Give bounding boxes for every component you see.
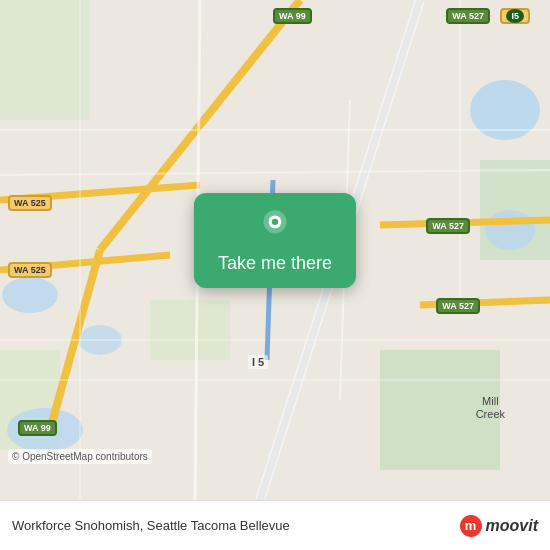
highway-badge-wa99-top: WA 99 <box>273 8 312 24</box>
mill-creek-label: MillCreek <box>476 395 505 421</box>
svg-rect-1 <box>0 0 90 120</box>
highway-badge-wa527-top: WA 527 <box>446 8 490 24</box>
svg-rect-4 <box>150 300 230 360</box>
highway-badge-wa99-bottom: WA 99 <box>18 420 57 436</box>
map-container: WA 99 WA 527 I5 WA 525 WA 525 WA 527 WA … <box>0 0 550 500</box>
interstate-badge-i5: I 5 <box>248 355 268 369</box>
location-pin-icon <box>257 209 293 245</box>
footer-title: Workforce Snohomish, Seattle Tacoma Bell… <box>12 518 290 533</box>
highway-badge-wa527-mid: WA 527 <box>426 218 470 234</box>
moovit-logo: m moovit <box>460 515 538 537</box>
map-attribution: © OpenStreetMap contributors <box>8 449 152 464</box>
highway-badge-wa527-lower: WA 527 <box>436 298 480 314</box>
footer-bar: Workforce Snohomish, Seattle Tacoma Bell… <box>0 500 550 550</box>
highway-badge-wa525-lower: WA 525 <box>8 262 52 278</box>
highway-badge-i5-top: I5 <box>500 8 530 24</box>
svg-point-7 <box>485 210 535 250</box>
svg-point-30 <box>272 219 278 225</box>
popup-label: Take me there <box>218 253 332 274</box>
take-me-there-popup[interactable]: Take me there <box>194 193 356 288</box>
moovit-icon: m <box>460 515 482 537</box>
svg-point-8 <box>2 277 58 313</box>
moovit-text: moovit <box>486 517 538 535</box>
highway-badge-wa525-upper: WA 525 <box>8 195 52 211</box>
